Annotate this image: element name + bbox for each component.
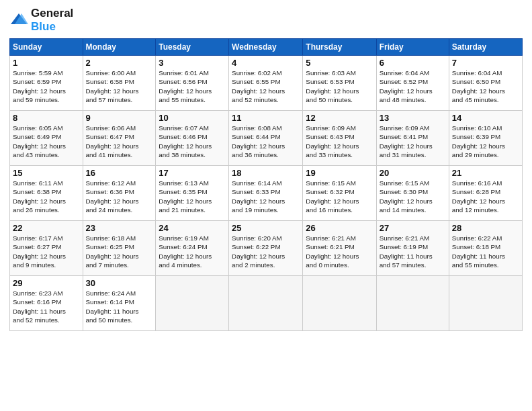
day-info: Sunrise: 6:21 AM Sunset: 6:21 PM Dayligh… xyxy=(306,234,373,269)
day-info: Sunrise: 6:10 AM Sunset: 6:39 PM Dayligh… xyxy=(452,124,519,159)
weekday-header-monday: Monday xyxy=(83,39,156,56)
day-info: Sunrise: 6:14 AM Sunset: 6:33 PM Dayligh… xyxy=(232,179,300,214)
day-number: 5 xyxy=(306,58,373,68)
day-number: 4 xyxy=(232,58,300,68)
day-number: 19 xyxy=(306,168,373,178)
calendar-cell: 13Sunrise: 6:09 AM Sunset: 6:41 PM Dayli… xyxy=(376,111,449,166)
logo: General Blue xyxy=(9,7,73,33)
calendar-cell: 9Sunrise: 6:06 AM Sunset: 6:47 PM Daylig… xyxy=(83,111,156,166)
calendar-cell: 29Sunrise: 6:23 AM Sunset: 6:16 PM Dayli… xyxy=(10,276,83,331)
day-number: 1 xyxy=(13,58,80,68)
calendar-cell: 4Sunrise: 6:02 AM Sunset: 6:55 PM Daylig… xyxy=(229,56,303,111)
calendar-cell: 25Sunrise: 6:20 AM Sunset: 6:22 PM Dayli… xyxy=(229,221,303,276)
day-info: Sunrise: 6:13 AM Sunset: 6:35 PM Dayligh… xyxy=(159,179,226,214)
day-info: Sunrise: 6:09 AM Sunset: 6:43 PM Dayligh… xyxy=(306,124,373,159)
calendar: SundayMondayTuesdayWednesdayThursdayFrid… xyxy=(9,38,523,331)
day-number: 2 xyxy=(86,58,153,68)
calendar-cell: 26Sunrise: 6:21 AM Sunset: 6:21 PM Dayli… xyxy=(303,221,376,276)
day-info: Sunrise: 6:12 AM Sunset: 6:36 PM Dayligh… xyxy=(86,179,153,214)
weekday-header-friday: Friday xyxy=(376,39,449,56)
day-number: 27 xyxy=(380,223,446,233)
calendar-cell: 27Sunrise: 6:21 AM Sunset: 6:19 PM Dayli… xyxy=(376,221,449,276)
day-number: 12 xyxy=(306,113,373,123)
calendar-cell: 11Sunrise: 6:08 AM Sunset: 6:44 PM Dayli… xyxy=(229,111,303,166)
calendar-cell: 28Sunrise: 6:22 AM Sunset: 6:18 PM Dayli… xyxy=(449,221,522,276)
day-number: 13 xyxy=(380,113,446,123)
day-number: 14 xyxy=(452,113,519,123)
day-info: Sunrise: 6:05 AM Sunset: 6:49 PM Dayligh… xyxy=(13,124,80,159)
calendar-cell: 6Sunrise: 6:04 AM Sunset: 6:52 PM Daylig… xyxy=(376,56,449,111)
day-number: 25 xyxy=(232,223,300,233)
day-info: Sunrise: 6:04 AM Sunset: 6:52 PM Dayligh… xyxy=(380,68,446,104)
calendar-cell: 16Sunrise: 6:12 AM Sunset: 6:36 PM Dayli… xyxy=(83,166,156,221)
day-info: Sunrise: 6:02 AM Sunset: 6:55 PM Dayligh… xyxy=(232,68,300,104)
day-number: 3 xyxy=(159,58,226,68)
day-info: Sunrise: 6:15 AM Sunset: 6:30 PM Dayligh… xyxy=(380,179,446,214)
calendar-cell: 18Sunrise: 6:14 AM Sunset: 6:33 PM Dayli… xyxy=(229,166,303,221)
day-number: 28 xyxy=(452,223,519,233)
day-info: Sunrise: 6:00 AM Sunset: 6:58 PM Dayligh… xyxy=(86,68,153,104)
day-info: Sunrise: 6:15 AM Sunset: 6:32 PM Dayligh… xyxy=(306,179,373,214)
calendar-cell xyxy=(229,276,303,331)
day-number: 26 xyxy=(306,223,373,233)
calendar-cell: 22Sunrise: 6:17 AM Sunset: 6:27 PM Dayli… xyxy=(10,221,83,276)
calendar-cell xyxy=(156,276,229,331)
day-number: 16 xyxy=(86,168,153,178)
day-info: Sunrise: 6:07 AM Sunset: 6:46 PM Dayligh… xyxy=(159,124,226,159)
day-info: Sunrise: 6:19 AM Sunset: 6:24 PM Dayligh… xyxy=(159,234,226,269)
day-info: Sunrise: 6:22 AM Sunset: 6:18 PM Dayligh… xyxy=(452,234,519,269)
calendar-cell: 3Sunrise: 6:01 AM Sunset: 6:56 PM Daylig… xyxy=(156,56,229,111)
calendar-cell: 24Sunrise: 6:19 AM Sunset: 6:24 PM Dayli… xyxy=(156,221,229,276)
calendar-cell xyxy=(449,276,522,331)
calendar-cell: 12Sunrise: 6:09 AM Sunset: 6:43 PM Dayli… xyxy=(303,111,376,166)
calendar-cell: 21Sunrise: 6:16 AM Sunset: 6:28 PM Dayli… xyxy=(449,166,522,221)
day-info: Sunrise: 6:21 AM Sunset: 6:19 PM Dayligh… xyxy=(380,234,446,269)
calendar-cell: 7Sunrise: 6:04 AM Sunset: 6:50 PM Daylig… xyxy=(449,56,522,111)
day-number: 15 xyxy=(13,168,80,178)
day-info: Sunrise: 6:16 AM Sunset: 6:28 PM Dayligh… xyxy=(452,179,519,214)
day-info: Sunrise: 6:24 AM Sunset: 6:14 PM Dayligh… xyxy=(86,289,153,324)
day-info: Sunrise: 6:06 AM Sunset: 6:47 PM Dayligh… xyxy=(86,124,153,159)
day-info: Sunrise: 6:17 AM Sunset: 6:27 PM Dayligh… xyxy=(13,234,80,269)
day-info: Sunrise: 6:23 AM Sunset: 6:16 PM Dayligh… xyxy=(13,289,80,324)
day-info: Sunrise: 6:11 AM Sunset: 6:38 PM Dayligh… xyxy=(13,179,80,214)
calendar-cell: 10Sunrise: 6:07 AM Sunset: 6:46 PM Dayli… xyxy=(156,111,229,166)
weekday-header-saturday: Saturday xyxy=(449,39,522,56)
calendar-cell: 1Sunrise: 5:59 AM Sunset: 6:59 PM Daylig… xyxy=(10,56,83,111)
day-number: 20 xyxy=(380,168,446,178)
day-info: Sunrise: 5:59 AM Sunset: 6:59 PM Dayligh… xyxy=(13,68,80,104)
day-number: 7 xyxy=(452,58,519,68)
day-number: 29 xyxy=(13,278,80,288)
calendar-cell: 8Sunrise: 6:05 AM Sunset: 6:49 PM Daylig… xyxy=(10,111,83,166)
calendar-cell: 5Sunrise: 6:03 AM Sunset: 6:53 PM Daylig… xyxy=(303,56,376,111)
calendar-cell: 15Sunrise: 6:11 AM Sunset: 6:38 PM Dayli… xyxy=(10,166,83,221)
day-number: 18 xyxy=(232,168,300,178)
weekday-header-sunday: Sunday xyxy=(10,39,83,56)
calendar-cell: 30Sunrise: 6:24 AM Sunset: 6:14 PM Dayli… xyxy=(83,276,156,331)
calendar-cell: 20Sunrise: 6:15 AM Sunset: 6:30 PM Dayli… xyxy=(376,166,449,221)
day-number: 9 xyxy=(86,113,153,123)
day-number: 30 xyxy=(86,278,153,288)
calendar-cell: 17Sunrise: 6:13 AM Sunset: 6:35 PM Dayli… xyxy=(156,166,229,221)
day-info: Sunrise: 6:08 AM Sunset: 6:44 PM Dayligh… xyxy=(232,124,300,159)
day-number: 11 xyxy=(232,113,300,123)
weekday-header-thursday: Thursday xyxy=(303,39,376,56)
day-number: 24 xyxy=(159,223,226,233)
calendar-cell: 14Sunrise: 6:10 AM Sunset: 6:39 PM Dayli… xyxy=(449,111,522,166)
calendar-cell xyxy=(376,276,449,331)
calendar-cell: 19Sunrise: 6:15 AM Sunset: 6:32 PM Dayli… xyxy=(303,166,376,221)
day-number: 21 xyxy=(452,168,519,178)
day-info: Sunrise: 6:20 AM Sunset: 6:22 PM Dayligh… xyxy=(232,234,300,269)
day-info: Sunrise: 6:09 AM Sunset: 6:41 PM Dayligh… xyxy=(380,124,446,159)
day-number: 17 xyxy=(159,168,226,178)
day-info: Sunrise: 6:18 AM Sunset: 6:25 PM Dayligh… xyxy=(86,234,153,269)
day-number: 6 xyxy=(380,58,446,68)
day-number: 10 xyxy=(159,113,226,123)
day-number: 23 xyxy=(86,223,153,233)
calendar-cell xyxy=(303,276,376,331)
weekday-header-tuesday: Tuesday xyxy=(156,39,229,56)
day-number: 22 xyxy=(13,223,80,233)
logo-text: General Blue xyxy=(31,7,73,33)
calendar-cell: 2Sunrise: 6:00 AM Sunset: 6:58 PM Daylig… xyxy=(83,56,156,111)
day-number: 8 xyxy=(13,113,80,123)
